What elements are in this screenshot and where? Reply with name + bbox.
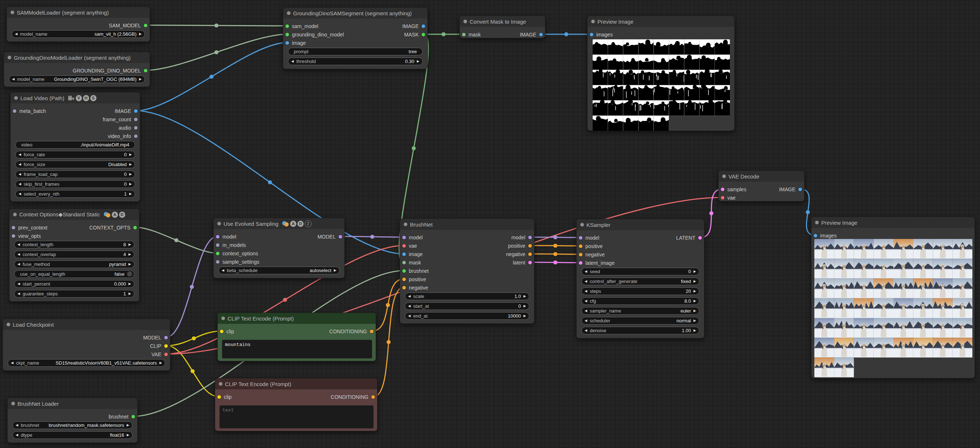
- collapse-dot-icon[interactable]: [221, 317, 225, 320]
- output-port-CLIP[interactable]: CLIP: [150, 342, 168, 350]
- decrement-arrow-icon[interactable]: [585, 299, 587, 303]
- input-port-image[interactable]: image: [402, 250, 423, 258]
- output-port-VAE[interactable]: VAE: [151, 351, 168, 358]
- increment-arrow-icon[interactable]: [694, 319, 696, 322]
- input-port-vae[interactable]: vae: [402, 242, 417, 249]
- collapse-dot-icon[interactable]: [14, 96, 18, 100]
- increment-arrow-icon[interactable]: [523, 314, 526, 317]
- widget-cfg[interactable]: cfg8.0: [581, 297, 699, 305]
- increment-arrow-icon[interactable]: [127, 423, 129, 427]
- collapse-dot-icon[interactable]: [217, 222, 221, 225]
- widget-scale[interactable]: scale1.0: [405, 292, 529, 300]
- decrement-arrow-icon[interactable]: [585, 289, 587, 293]
- node-titlebar[interactable]: Use Evolved SamplingAD2: [214, 218, 344, 229]
- input-port-image[interactable]: image: [285, 39, 306, 46]
- node-brushnet[interactable]: BrushNetmodelvaeimagemaskbrushnetpositiv…: [400, 218, 535, 324]
- input-port-sample_settings[interactable]: sample_settings: [216, 258, 259, 266]
- output-port-IMAGE[interactable]: IMAGE: [115, 107, 138, 115]
- frames-preview-grid[interactable]: [815, 239, 972, 377]
- decrement-arrow-icon[interactable]: [19, 163, 21, 166]
- node-clip_neg[interactable]: CLIP Text Encode (Prompt)clipCONDITIONIN…: [215, 378, 377, 431]
- increment-arrow-icon[interactable]: [159, 361, 162, 365]
- widget-skip_first_frames[interactable]: skip_first_frames0: [15, 180, 135, 188]
- input-port-m_models[interactable]: m_models: [216, 241, 246, 249]
- decrement-arrow-icon[interactable]: [11, 361, 13, 365]
- collapse-dot-icon[interactable]: [13, 213, 17, 216]
- node-clip_pos[interactable]: CLIP Text Encode (Prompt)clipCONDITIONIN…: [217, 312, 376, 361]
- input-port-positive[interactable]: positive: [579, 242, 603, 250]
- decrement-arrow-icon[interactable]: [585, 328, 587, 332]
- node-titlebar[interactable]: Load Video (Path)VHS: [11, 92, 140, 104]
- output-port-audio[interactable]: audio: [119, 124, 138, 131]
- node-load_video[interactable]: Load Video (Path)VHSmeta_batchIMAGEframe…: [10, 92, 140, 202]
- graph-canvas[interactable]: SAMModelLoader (segment anything)SAM_MOD…: [0, 0, 980, 448]
- output-port-CONTEXT_OPTS[interactable]: CONTEXT_OPTS: [89, 224, 137, 231]
- increment-arrow-icon[interactable]: [523, 294, 526, 298]
- node-titlebar[interactable]: Preview Image: [587, 16, 734, 27]
- node-titlebar[interactable]: Context Options◆Standard StaticAD: [10, 209, 139, 220]
- increment-arrow-icon[interactable]: [129, 292, 131, 295]
- decrement-arrow-icon[interactable]: [585, 269, 587, 273]
- input-port-model[interactable]: model: [216, 233, 236, 241]
- collapse-dot-icon[interactable]: [591, 20, 595, 23]
- increment-arrow-icon[interactable]: [694, 279, 696, 283]
- decrement-arrow-icon[interactable]: [408, 294, 410, 298]
- increment-arrow-icon[interactable]: [139, 32, 142, 36]
- input-port-samples[interactable]: samples: [721, 186, 746, 193]
- widget-prompt[interactable]: prompttree: [288, 48, 423, 55]
- widget-force_rate[interactable]: force_rate0: [15, 151, 135, 158]
- decrement-arrow-icon[interactable]: [585, 309, 587, 312]
- widget-select_every_nth[interactable]: select_every_nth1: [15, 190, 135, 198]
- decrement-arrow-icon[interactable]: [19, 172, 21, 176]
- decrement-arrow-icon[interactable]: [291, 59, 294, 63]
- node-preview_right[interactable]: Preview Imageimages: [811, 217, 975, 378]
- widget-sampler_name[interactable]: sampler_nameeuler: [581, 307, 699, 315]
- input-port-clip[interactable]: clip: [220, 328, 234, 335]
- collapse-dot-icon[interactable]: [287, 11, 291, 15]
- node-preview_top[interactable]: Preview Imageimages: [587, 16, 735, 131]
- widget-context_length[interactable]: context_length8: [14, 241, 134, 249]
- output-port-SAM_MODEL[interactable]: SAM_MODEL: [109, 22, 148, 29]
- node-checkpoint[interactable]: Load CheckpointMODELCLIPVAEckpt_nameSD15…: [3, 319, 170, 371]
- input-port-positive[interactable]: positive: [402, 276, 426, 283]
- node-titlebar[interactable]: KSampler: [577, 219, 704, 230]
- decrement-arrow-icon[interactable]: [18, 262, 20, 266]
- node-gdino_loader[interactable]: GroundingDinoModelLoader (segment anythi…: [4, 52, 150, 87]
- collapse-dot-icon[interactable]: [8, 56, 11, 59]
- input-port-negative[interactable]: negative: [402, 284, 428, 292]
- output-port-frame_count[interactable]: frame_count: [103, 116, 138, 123]
- decrement-arrow-icon[interactable]: [16, 423, 18, 427]
- decrement-arrow-icon[interactable]: [12, 77, 14, 81]
- widget-steps[interactable]: steps20: [581, 287, 699, 295]
- decrement-arrow-icon[interactable]: [222, 268, 224, 272]
- collapse-dot-icon[interactable]: [11, 402, 15, 405]
- widget-context_overlap[interactable]: context_overlap4: [14, 250, 134, 258]
- mask-preview-grid[interactable]: [593, 39, 730, 131]
- node-gdsam[interactable]: GroundingDinoSAMSegment (segment anythin…: [283, 7, 428, 69]
- widget-scheduler[interactable]: schedulernormal: [581, 317, 699, 325]
- node-ksampler[interactable]: KSamplermodelpositivenegativelatent_imag…: [576, 219, 705, 338]
- collapse-dot-icon[interactable]: [815, 221, 819, 224]
- node-sam_loader[interactable]: SAMModelLoader (segment anything)SAM_MOD…: [6, 6, 150, 42]
- decrement-arrow-icon[interactable]: [16, 433, 18, 437]
- output-port-MASK[interactable]: MASK: [404, 31, 425, 38]
- input-port-view_opts[interactable]: view_opts: [12, 233, 41, 240]
- input-port-vae[interactable]: vae: [721, 194, 736, 201]
- input-port-grounding_dino_model[interactable]: grounding_dino_model: [285, 31, 344, 38]
- increment-arrow-icon[interactable]: [523, 304, 526, 308]
- input-port-sam_model[interactable]: sam_model: [285, 22, 318, 30]
- output-port-IMAGE[interactable]: IMAGE: [779, 186, 802, 193]
- decrement-arrow-icon[interactable]: [18, 292, 20, 295]
- widget-denoise[interactable]: denoise1.00: [581, 327, 699, 334]
- input-port-latent_image[interactable]: latent_image: [579, 259, 614, 266]
- node-titlebar[interactable]: GroundingDinoSAMSegment (segment anythin…: [283, 8, 427, 19]
- collapse-dot-icon[interactable]: [404, 223, 407, 226]
- output-port-brushnet[interactable]: brushnet: [109, 413, 135, 420]
- increment-arrow-icon[interactable]: [129, 182, 132, 186]
- output-port-CONDITIONING[interactable]: CONDITIONING: [329, 328, 374, 335]
- decrement-arrow-icon[interactable]: [18, 242, 20, 246]
- node-titlebar[interactable]: BrushNet: [400, 219, 534, 230]
- collapse-dot-icon[interactable]: [11, 11, 14, 14]
- node-vae_decode[interactable]: VAE DecodesamplesvaeIMAGE: [718, 171, 805, 201]
- output-port-latent[interactable]: latent: [513, 259, 532, 266]
